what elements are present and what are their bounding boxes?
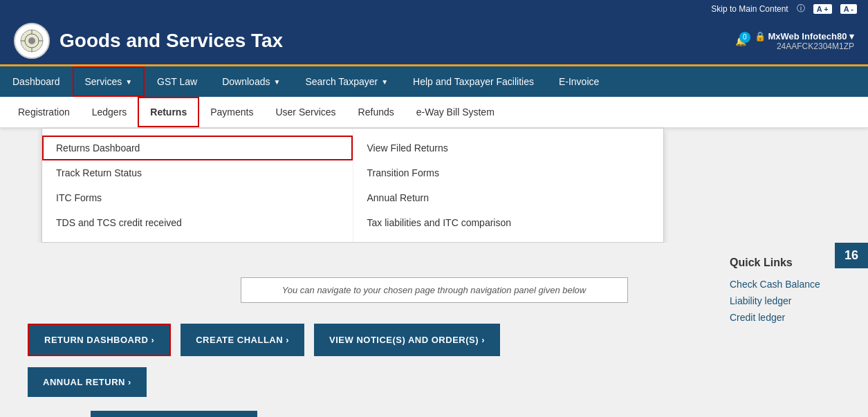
accessibility-icon: ⓘ (797, 3, 805, 15)
a-plus-btn[interactable]: A + (813, 4, 832, 14)
dropdown-annual-return[interactable]: Annual Return (353, 185, 664, 210)
dropdown-returns-dashboard[interactable]: Returns Dashboard (42, 136, 353, 160)
logo (14, 23, 50, 59)
main-content: 16 You can navigate to your chosen page … (0, 243, 868, 417)
header-right: 🔔 0 🔒 MxWeb Infotech80 ▾ 24AAFCK2304M1ZP (735, 31, 854, 51)
nav-help[interactable]: Help and Taxpayer Facilities (400, 66, 546, 97)
create-challan-button[interactable]: CREATE CHALLAN › (181, 324, 304, 356)
nav-dashboard[interactable]: Dashboard (0, 66, 73, 97)
user-gstin: 24AAFCK2304M1ZP (755, 41, 854, 51)
skip-link[interactable]: Skip to Main Content (711, 4, 788, 14)
searchtaxpayer-arrow: ▼ (381, 78, 388, 86)
quick-links-title: Quick Links (730, 257, 840, 269)
svg-point-2 (28, 37, 35, 44)
main-nav: Dashboard Services ▼ GST Law Downloads ▼… (0, 66, 868, 97)
subnav-ledgers[interactable]: Ledgers (81, 97, 138, 127)
bell-icon[interactable]: 🔔 0 (735, 36, 746, 46)
subnav-payments[interactable]: Payments (199, 97, 264, 127)
nav-searchtaxpayer[interactable]: Search Taxpayer ▼ (293, 66, 400, 97)
quick-links: Quick Links Check Cash Balance Liability… (730, 257, 840, 326)
subnav-eway[interactable]: e-Way Bill System (405, 97, 506, 127)
subnav-user-services[interactable]: User Services (264, 97, 347, 127)
quicklink-cash-balance[interactable]: Check Cash Balance (730, 276, 840, 293)
return-dashboard-button[interactable]: RETURN DASHBOARD › (28, 324, 171, 356)
dropdown-right: View Filed Returns Transition Forms Annu… (353, 129, 664, 242)
sub-nav: Registration Ledgers Returns Payments Us… (0, 97, 868, 128)
dropdown-track-return[interactable]: Track Return Status (42, 160, 353, 185)
continue-dashboard-button[interactable]: CONTINUE TO DASHBOARD › (91, 411, 257, 417)
dropdown-view-filed[interactable]: View Filed Returns (353, 136, 664, 160)
header-left: Goods and Services Tax (14, 23, 283, 59)
dropdown-tax-liabilities[interactable]: Tax liabilities and ITC comparison (353, 210, 664, 235)
dropdown-transition-forms[interactable]: Transition Forms (353, 160, 664, 185)
view-notices-button[interactable]: VIEW NOTICE(S) AND ORDER(S) › (314, 324, 500, 356)
action-buttons: RETURN DASHBOARD › CREATE CHALLAN › VIEW… (28, 324, 840, 356)
a-minus-btn[interactable]: A - (840, 4, 857, 14)
notification-badge: 0 (739, 32, 750, 43)
nav-gstlaw[interactable]: GST Law (145, 66, 210, 97)
subnav-refunds[interactable]: Refunds (347, 97, 405, 127)
downloads-arrow: ▼ (273, 78, 280, 86)
nav-services[interactable]: Services ▼ (73, 66, 145, 97)
subnav-registration[interactable]: Registration (7, 97, 81, 127)
quicklink-liability-ledger[interactable]: Liability ledger (730, 293, 840, 309)
else-row: Else Go to » CONTINUE TO DASHBOARD › (28, 411, 840, 417)
user-info: 🔒 MxWeb Infotech80 ▾ 24AAFCK2304M1ZP (755, 31, 854, 51)
info-text: You can navigate to your chosen page thr… (282, 285, 586, 295)
info-box: You can navigate to your chosen page thr… (241, 277, 628, 303)
services-arrow: ▼ (125, 78, 132, 86)
site-title: Goods and Services Tax (59, 30, 283, 52)
dropdown-itc-forms[interactable]: ITC Forms (42, 185, 353, 210)
subnav-returns[interactable]: Returns (138, 97, 199, 127)
dropdown-tds-tcs[interactable]: TDS and TCS credit received (42, 210, 353, 235)
nav-downloads[interactable]: Downloads ▼ (210, 66, 293, 97)
dropdown-left: Returns Dashboard Track Return Status IT… (42, 129, 353, 242)
annual-return-button[interactable]: ANNUAL RETURN › (28, 367, 147, 397)
quicklink-credit-ledger[interactable]: Credit ledger (730, 309, 840, 326)
header: Goods and Services Tax 🔔 0 🔒 MxWeb Infot… (0, 17, 868, 66)
nav-einvoice[interactable]: E-Invoice (546, 66, 611, 97)
returns-dropdown: Returns Dashboard Track Return Status IT… (41, 128, 664, 243)
user-name: 🔒 MxWeb Infotech80 ▾ (755, 31, 854, 41)
top-bar: Skip to Main Content ⓘ A + A - (0, 0, 868, 17)
